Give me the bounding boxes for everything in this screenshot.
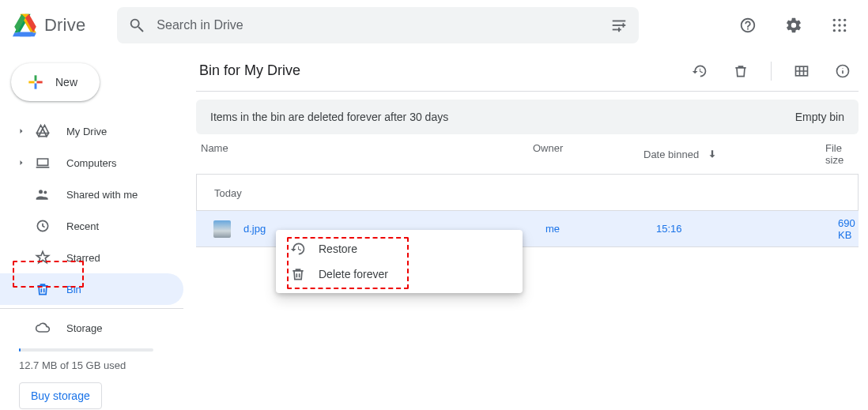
sidebar-item-label: My Drive — [66, 126, 107, 137]
storage-bar — [19, 348, 153, 352]
file-thumbnail-icon — [213, 220, 231, 238]
svg-point-18 — [838, 29, 840, 32]
column-headers: Name Owner Date binned File size — [196, 142, 859, 175]
app-header: Drive — [0, 0, 868, 51]
file-size: 690 KB — [838, 217, 859, 241]
computers-icon — [35, 155, 51, 171]
app-name: Drive — [44, 15, 85, 36]
sidebar-item-recent[interactable]: Recent — [0, 210, 183, 242]
sidebar-item-label: Storage — [66, 322, 103, 334]
app-logo[interactable]: Drive — [13, 13, 85, 38]
svg-point-11 — [833, 19, 836, 21]
col-name[interactable]: Name — [201, 142, 533, 166]
plus-icon — [25, 72, 46, 92]
file-name: d.jpg — [243, 223, 266, 235]
sidebar-item-my-drive[interactable]: My Drive — [0, 115, 183, 147]
restore-header-button[interactable] — [684, 55, 715, 87]
context-menu: Restore Delete forever — [276, 230, 523, 293]
context-restore[interactable]: Restore — [276, 236, 523, 261]
sort-desc-icon — [707, 149, 718, 160]
sidebar-item-label: Bin — [66, 284, 81, 295]
info-banner: Items in the bin are deleted forever aft… — [196, 100, 859, 134]
shared-icon — [35, 186, 51, 202]
page-title: Bin for My Drive — [196, 62, 300, 79]
svg-rect-8 — [621, 24, 626, 26]
svg-point-19 — [843, 29, 846, 32]
banner-text: Items in the bin are deleted forever aft… — [210, 111, 448, 123]
apps-button[interactable] — [824, 9, 855, 41]
search-input[interactable] — [155, 17, 601, 33]
col-size[interactable]: File size — [825, 142, 857, 166]
svg-point-17 — [833, 29, 836, 32]
svg-rect-10 — [617, 29, 622, 31]
sidebar-item-label: Shared with me — [66, 189, 138, 201]
file-binned-time: 15:16 — [656, 223, 838, 235]
recent-icon — [35, 218, 51, 234]
star-icon — [35, 250, 51, 265]
sidebar-item-bin[interactable]: Bin — [0, 273, 183, 305]
my-drive-icon — [35, 123, 51, 139]
sidebar-item-label: Starred — [66, 252, 100, 264]
svg-point-12 — [838, 19, 840, 21]
group-header: Today — [196, 175, 859, 211]
context-delete-forever[interactable]: Delete forever — [276, 261, 523, 287]
storage-text: 12.7 MB of 15 GB used — [19, 359, 185, 371]
expand-icon[interactable] — [19, 128, 24, 134]
restore-icon — [290, 241, 306, 257]
svg-rect-5 — [613, 24, 621, 26]
new-button[interactable]: New — [11, 63, 100, 101]
empty-bin-button[interactable]: Empty bin — [795, 111, 844, 123]
sidebar-item-shared[interactable]: Shared with me — [0, 179, 183, 210]
delete-header-button[interactable] — [725, 55, 757, 87]
details-button[interactable] — [827, 55, 859, 87]
support-button[interactable] — [732, 9, 764, 41]
main-header: Bin for My Drive — [196, 51, 859, 92]
svg-point-16 — [843, 24, 846, 26]
divider — [771, 62, 772, 81]
storage-section: 12.7 MB of 15 GB used Buy storage — [0, 348, 196, 409]
svg-marker-3 — [17, 32, 33, 36]
file-owner: me — [545, 223, 656, 235]
col-owner[interactable]: Owner — [533, 142, 643, 166]
svg-point-14 — [833, 24, 836, 26]
search-options-icon[interactable] — [610, 17, 628, 34]
svg-point-13 — [843, 19, 846, 21]
expand-icon[interactable] — [19, 160, 24, 166]
search-icon — [128, 17, 145, 34]
svg-rect-4 — [613, 21, 626, 22]
trash-icon — [290, 266, 306, 282]
sidebar-item-computers[interactable]: Computers — [0, 147, 183, 179]
drive-logo-icon — [13, 13, 38, 38]
bin-icon — [35, 281, 51, 297]
svg-point-21 — [43, 191, 47, 194]
settings-button[interactable] — [778, 9, 810, 41]
new-button-label: New — [55, 76, 77, 88]
nav: My Drive Computers Shared with me — [0, 112, 196, 344]
context-restore-label: Restore — [319, 243, 357, 255]
svg-point-15 — [838, 24, 840, 26]
header-actions — [732, 9, 855, 41]
svg-point-20 — [39, 190, 43, 194]
view-toggle-button[interactable] — [786, 55, 817, 87]
divider — [0, 308, 183, 309]
sidebar-item-storage[interactable]: Storage — [0, 312, 183, 344]
buy-storage-button[interactable]: Buy storage — [19, 382, 102, 409]
sidebar-item-label: Recent — [66, 220, 99, 232]
svg-rect-6 — [613, 29, 617, 31]
sidebar: New My Drive Computers — [0, 51, 196, 410]
sidebar-item-label: Computers — [66, 157, 117, 169]
cloud-icon — [35, 320, 51, 336]
col-binned[interactable]: Date binned — [643, 142, 825, 166]
search-bar[interactable] — [117, 7, 639, 43]
context-delete-label: Delete forever — [319, 268, 388, 280]
sidebar-item-starred[interactable]: Starred — [0, 242, 183, 273]
